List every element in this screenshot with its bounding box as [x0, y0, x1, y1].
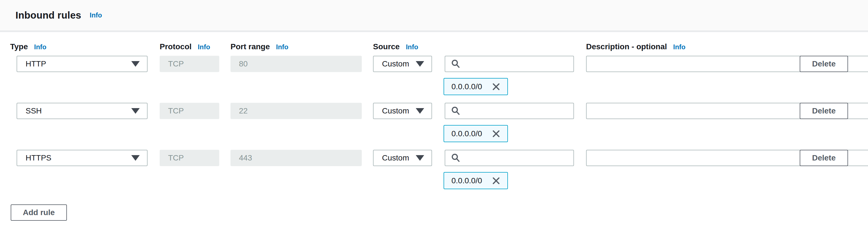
source-search-box	[445, 56, 574, 72]
chevron-down-icon	[416, 108, 424, 114]
type-select-value: HTTPS	[26, 154, 131, 162]
column-header-protocol: ProtocolInfo	[160, 42, 210, 51]
type-select[interactable]: HTTPS	[17, 150, 148, 166]
source-cidr-token: 0.0.0.0/0	[443, 172, 508, 189]
source-search-box	[445, 150, 574, 166]
port-range-info-link[interactable]: Info	[276, 43, 288, 51]
type-select-value: HTTP	[26, 59, 131, 69]
source-select-value: Custom	[382, 59, 416, 69]
column-header-description: Description - optionalInfo	[586, 42, 686, 51]
delete-rule-button[interactable]: Delete	[800, 56, 848, 72]
close-icon[interactable]	[492, 129, 501, 138]
source-select[interactable]: Custom	[373, 56, 432, 72]
source-cidr-token: 0.0.0.0/0	[443, 125, 508, 142]
type-select[interactable]: SSH	[17, 103, 148, 119]
source-cidr-token: 0.0.0.0/0	[443, 78, 508, 95]
delete-rule-button[interactable]: Delete	[800, 150, 848, 166]
close-icon[interactable]	[492, 176, 501, 185]
search-icon	[451, 106, 460, 116]
search-icon	[451, 153, 460, 163]
close-icon[interactable]	[492, 82, 501, 91]
source-cidr-value: 0.0.0.0/0	[452, 176, 482, 185]
port-range-field: 22	[230, 103, 362, 119]
protocol-info-link[interactable]: Info	[198, 43, 210, 51]
chevron-down-icon	[131, 61, 140, 67]
source-search-input[interactable]	[460, 103, 574, 118]
chevron-down-icon	[131, 108, 140, 114]
inbound-rules-list: HTTP TCP 80 Custom Delete 0.0.0.0/0	[0, 56, 868, 197]
source-select[interactable]: Custom	[373, 150, 432, 166]
chevron-down-icon	[416, 61, 424, 67]
rule-row-http: HTTP TCP 80 Custom Delete 0.0.0.0/0	[0, 56, 868, 103]
column-header-type: TypeInfo	[10, 42, 46, 51]
protocol-field: TCP	[160, 150, 219, 166]
delete-rule-button[interactable]: Delete	[800, 103, 848, 119]
source-select-value: Custom	[382, 106, 416, 115]
chevron-down-icon	[416, 155, 424, 161]
page-title: Inbound rules	[16, 9, 81, 21]
protocol-field: TCP	[160, 56, 219, 72]
type-select-value: SSH	[26, 106, 131, 115]
port-range-field: 443	[230, 150, 362, 166]
type-info-link[interactable]: Info	[34, 43, 46, 51]
description-info-link[interactable]: Info	[673, 43, 686, 51]
search-icon	[451, 59, 460, 69]
column-header-port-range: Port rangeInfo	[230, 42, 288, 51]
protocol-field: TCP	[160, 103, 219, 119]
port-range-field: 80	[230, 56, 362, 72]
column-header-source: SourceInfo	[373, 42, 418, 51]
source-cidr-value: 0.0.0.0/0	[452, 82, 482, 91]
source-search-input[interactable]	[460, 150, 574, 165]
source-search-input[interactable]	[460, 56, 574, 72]
source-info-link[interactable]: Info	[406, 43, 418, 51]
rule-row-https: HTTPS TCP 443 Custom Delete 0.0.0.0/0	[0, 150, 868, 197]
chevron-down-icon	[131, 155, 140, 161]
type-select[interactable]: HTTP	[17, 56, 148, 72]
source-select-value: Custom	[382, 154, 416, 162]
add-rule-button[interactable]: Add rule	[11, 205, 67, 221]
inbound-rules-info-link[interactable]: Info	[90, 11, 102, 19]
source-cidr-value: 0.0.0.0/0	[452, 129, 482, 138]
source-search-box	[445, 103, 574, 119]
rule-row-ssh: SSH TCP 22 Custom Delete 0.0.0.0/0	[0, 103, 868, 150]
column-headers: TypeInfo ProtocolInfo Port rangeInfo Sou…	[0, 42, 868, 56]
source-select[interactable]: Custom	[373, 103, 432, 119]
inbound-rules-header: Inbound rules Info	[0, 0, 868, 32]
